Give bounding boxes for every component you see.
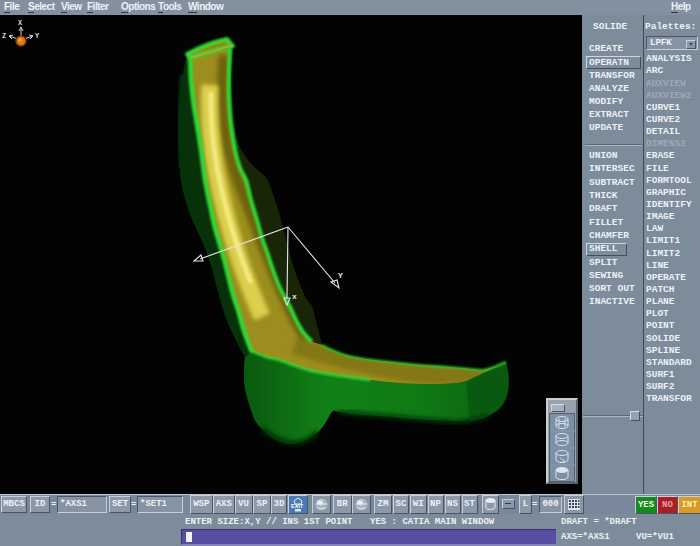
svg-text:X: X (18, 19, 23, 27)
svg-text:Y: Y (338, 271, 343, 280)
svg-text:Y: Y (35, 32, 40, 40)
svg-text:x: x (292, 292, 297, 301)
svg-text:Z: Z (2, 32, 6, 40)
svg-text:EXIT: EXIT (291, 503, 304, 509)
